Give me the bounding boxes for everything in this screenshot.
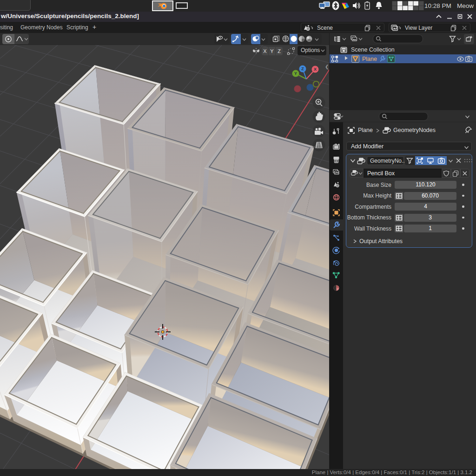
svg-text:Z: Z xyxy=(301,66,304,71)
svg-text:Y: Y xyxy=(294,71,297,76)
svg-text:X: X xyxy=(314,67,317,72)
